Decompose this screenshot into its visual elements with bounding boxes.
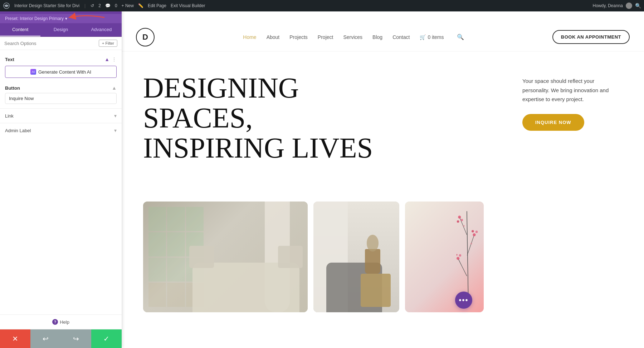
inquire-now-button[interactable]: INQUIRE NOW xyxy=(522,114,584,131)
gallery-image-2 xyxy=(313,202,399,312)
button-section-chevron: ▲ xyxy=(112,85,117,91)
button-section-title: Button xyxy=(5,85,20,91)
hero-left: DESIGNING SPACES, INSPIRING LIVES xyxy=(143,73,508,163)
panel-tabs: Content Design Advanced xyxy=(0,23,122,37)
sofa-arm-right xyxy=(278,246,303,268)
room-bg-1 xyxy=(143,202,308,312)
room-bg-3 xyxy=(405,202,484,312)
svg-point-16 xyxy=(470,243,472,244)
nav-about[interactable]: About xyxy=(267,34,280,40)
edit-page-link[interactable]: Edit Page xyxy=(148,3,166,8)
nav-project[interactable]: Project xyxy=(318,34,333,40)
svg-point-12 xyxy=(457,257,459,260)
site-header: D Home About Projects Project Services B… xyxy=(122,23,644,51)
help-label: Help xyxy=(60,319,69,325)
vase-shape xyxy=(365,249,380,273)
text-section-chevron-up[interactable]: ▲ xyxy=(104,56,109,62)
tab-advanced[interactable]: Advanced xyxy=(81,23,122,36)
svg-point-13 xyxy=(459,254,462,257)
button-section-header[interactable]: Button ▲ xyxy=(0,81,122,93)
text-section-header[interactable]: Text ▲ ⋮ xyxy=(0,53,122,64)
exit-visual-link[interactable]: Exit Visual Builder xyxy=(171,3,205,8)
search-input[interactable] xyxy=(4,41,97,46)
admin-label-header[interactable]: Admin Label ▾ xyxy=(0,123,122,138)
preset-label[interactable]: Preset: Interior Design Primary xyxy=(5,16,64,21)
svg-point-6 xyxy=(458,216,461,219)
svg-line-2 xyxy=(467,211,468,303)
admin-bar: Interior Design Starter Site for Divi | … xyxy=(0,0,644,11)
text-section-more[interactable]: ⋮ xyxy=(112,56,117,62)
site-name[interactable]: Interior Design Starter Site for Divi xyxy=(14,3,79,8)
hero-section: DESIGNING SPACES, INSPIRING LIVES Your s… xyxy=(122,51,644,202)
svg-point-15 xyxy=(463,225,465,227)
svg-point-11 xyxy=(472,230,474,233)
help-button[interactable]: ? Help xyxy=(52,319,69,325)
svg-line-5 xyxy=(458,258,467,276)
hero-title: DESIGNING SPACES, INSPIRING LIVES xyxy=(143,73,394,163)
comment-count[interactable]: 0 xyxy=(115,3,117,8)
howdy-text: Howdy, Deanna xyxy=(593,3,623,8)
left-panel: Button Settings ⧉ ▦ ⋮ Preset: Interior D… xyxy=(0,0,122,348)
nav-services[interactable]: Services xyxy=(343,34,362,40)
sofa-shape xyxy=(192,263,299,313)
ai-icon: AI xyxy=(30,69,36,75)
gallery-image-1 xyxy=(143,202,308,312)
nav-home[interactable]: Home xyxy=(243,34,256,40)
nav-contact[interactable]: Contact xyxy=(392,34,410,40)
gallery-image-3 xyxy=(405,202,484,312)
gallery-section: ••• xyxy=(122,202,644,323)
user-avatar xyxy=(626,3,632,9)
plant-top xyxy=(367,235,379,252)
redo-button[interactable]: ↪ xyxy=(61,329,91,348)
text-section-title: Text xyxy=(5,57,14,62)
link-section: Link ▾ xyxy=(0,108,122,123)
nav-search-icon[interactable]: 🔍 xyxy=(457,34,464,40)
cart-items-count: 0 items xyxy=(428,34,444,40)
book-appointment-button[interactable]: BOOK AN APPOINTMENT xyxy=(552,30,630,44)
save-button[interactable]: ✓ xyxy=(91,329,122,348)
pencil-icon: ✏️ xyxy=(138,3,143,8)
button-text-input[interactable] xyxy=(5,93,117,104)
ai-generate-button[interactable]: AI Generate Content With AI xyxy=(5,66,117,78)
panel-search: + Filter xyxy=(0,37,122,50)
nav-blog[interactable]: Blog xyxy=(372,34,382,40)
ai-button-label: Generate Content With AI xyxy=(38,69,91,75)
site-logo[interactable]: D xyxy=(136,28,155,46)
link-section-title: Link xyxy=(5,113,14,119)
svg-line-4 xyxy=(467,235,474,255)
revision-icon: ↺ xyxy=(91,3,94,8)
wp-logo-icon[interactable] xyxy=(3,2,10,9)
cancel-button[interactable]: ✕ xyxy=(0,329,30,348)
undo-button[interactable]: ↩ xyxy=(30,329,61,348)
nav-cart[interactable]: 🛒 0 items xyxy=(420,34,444,40)
admin-search-icon[interactable]: 🔍 xyxy=(635,3,641,9)
revision-count[interactable]: 2 xyxy=(98,3,101,8)
floating-dots-button[interactable]: ••• xyxy=(455,292,472,309)
panel-content: Text ▲ ⋮ AI Generate Content With AI But… xyxy=(0,50,122,314)
preset-chevron: ▾ xyxy=(65,16,67,21)
tab-content[interactable]: Content xyxy=(0,23,40,36)
preset-row: Preset: Interior Design Primary ▾ xyxy=(0,14,122,23)
new-link[interactable]: + New xyxy=(122,3,134,8)
svg-point-10 xyxy=(475,231,478,233)
room-bg-2 xyxy=(313,202,399,312)
nav-projects[interactable]: Projects xyxy=(289,34,308,40)
tab-design[interactable]: Design xyxy=(40,23,81,36)
cart-icon: 🛒 xyxy=(420,34,426,40)
svg-point-8 xyxy=(457,220,459,223)
panel-bottom-bar: ✕ ↩ ↪ ✓ xyxy=(0,329,122,348)
sofa-arm-left xyxy=(189,246,214,268)
panel-footer: ? Help xyxy=(0,314,122,329)
filter-button[interactable]: + Filter xyxy=(99,40,117,47)
hero-description: Your space should reflect your personali… xyxy=(522,76,623,104)
table-shape xyxy=(361,274,391,307)
svg-point-14 xyxy=(457,254,457,256)
svg-point-7 xyxy=(461,219,463,222)
admin-label-section: Admin Label ▾ xyxy=(0,123,122,138)
admin-bar-right: Howdy, Deanna 🔍 xyxy=(593,3,641,9)
admin-label-title: Admin Label xyxy=(5,128,31,133)
link-section-header[interactable]: Link ▾ xyxy=(0,109,122,123)
admin-bar-left: Interior Design Starter Site for Divi | … xyxy=(3,2,593,9)
admin-label-chevron-icon: ▾ xyxy=(114,128,117,133)
svg-point-9 xyxy=(473,233,475,236)
